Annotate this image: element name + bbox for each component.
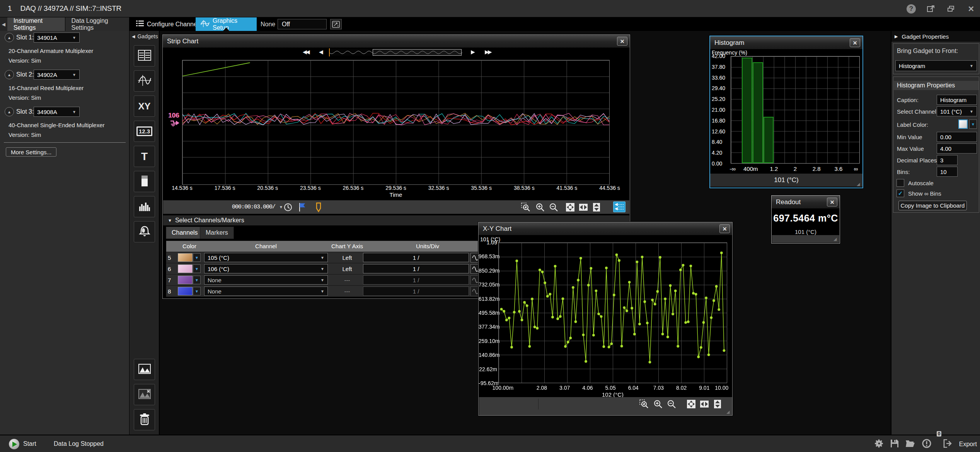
- tab-data-logging-settings[interactable]: Data Logging Settings: [65, 17, 130, 31]
- xy-fit-vertical-icon[interactable]: [712, 399, 723, 409]
- xy-zoom-region-icon[interactable]: [639, 399, 649, 409]
- checkbox[interactable]: [896, 179, 904, 187]
- zoom-in-icon[interactable]: [535, 202, 545, 212]
- xy-fit-all-icon[interactable]: [686, 399, 696, 409]
- channel-106-marker-icon[interactable]: [170, 119, 180, 128]
- slot-model-dropdown[interactable]: 34901A▼: [34, 32, 80, 43]
- scroll-left-button[interactable]: ◀: [319, 49, 323, 55]
- gadget-text-button[interactable]: T: [134, 146, 155, 167]
- scroll-far-right-button[interactable]: ▶▶: [485, 49, 491, 55]
- fit-horizontal-icon[interactable]: [578, 202, 588, 212]
- bring-to-front-dropdown[interactable]: Histogram ▼: [895, 60, 977, 71]
- slot-model-dropdown[interactable]: 34908A▼: [34, 107, 80, 117]
- histogram-plot[interactable]: [731, 56, 860, 164]
- resize-grip[interactable]: ◢: [857, 182, 861, 187]
- property-dropdown[interactable]: 101 (°C)▼: [937, 106, 977, 116]
- xy-zoom-out-icon[interactable]: [666, 399, 677, 409]
- property-field[interactable]: 10: [937, 167, 958, 177]
- tab-markers[interactable]: Markers: [200, 227, 234, 239]
- channel-color-dropdown-icon[interactable]: ▼: [193, 253, 201, 262]
- checkbox-checked[interactable]: ✓: [896, 189, 904, 197]
- channel-color-swatch[interactable]: [178, 276, 193, 284]
- open-external-icon[interactable]: [926, 4, 936, 14]
- start-button[interactable]: [9, 439, 19, 449]
- label-color-dropdown-button[interactable]: ▼: [969, 119, 977, 129]
- settings-gear-icon[interactable]: [874, 439, 884, 450]
- property-field[interactable]: 4.00: [937, 143, 977, 154]
- channel-select-dropdown[interactable]: None▼: [204, 287, 328, 296]
- scan-value-field[interactable]: Off: [278, 19, 327, 29]
- chart-overview-scrollbar[interactable]: [329, 49, 462, 56]
- property-field[interactable]: 0.00: [937, 132, 977, 142]
- channel-color-swatch[interactable]: [178, 287, 193, 295]
- collapse-slot-button[interactable]: ▲: [5, 107, 14, 116]
- expand-properties-icon[interactable]: ▶: [895, 34, 898, 39]
- channel-color-dropdown-icon[interactable]: ▼: [193, 287, 201, 295]
- channel-select-dropdown[interactable]: None▼: [204, 275, 328, 285]
- fit-vertical-icon[interactable]: [591, 202, 602, 212]
- export-icon[interactable]: [943, 439, 953, 449]
- fit-all-icon[interactable]: [565, 202, 575, 212]
- property-field[interactable]: Histogram: [937, 95, 977, 105]
- channel-select-dropdown[interactable]: 106 (°C)▼: [204, 264, 328, 273]
- help-icon[interactable]: ?: [907, 4, 916, 14]
- collapse-slot-button[interactable]: ▲: [5, 70, 14, 79]
- xy-chart-titlebar[interactable]: X-Y Chart ✕: [479, 222, 732, 235]
- histogram-titlebar[interactable]: Histogram ✕: [710, 36, 862, 49]
- gadget-data-table-button[interactable]: [134, 45, 155, 67]
- close-icon[interactable]: ✕: [966, 4, 976, 14]
- gadget-remove-image-button[interactable]: [134, 384, 155, 405]
- property-field[interactable]: 3: [937, 155, 958, 165]
- timebase-dropdown-icon[interactable]: ▼: [279, 205, 283, 209]
- channel-color-swatch[interactable]: [178, 253, 193, 262]
- save-icon[interactable]: [890, 439, 899, 449]
- graphics-setup-button[interactable]: Graphics Setup: [196, 17, 257, 31]
- auto-scroll-button[interactable]: [613, 201, 625, 212]
- timebase-display[interactable]: 000:00:03.000/: [232, 204, 275, 210]
- xy-chart-close-button[interactable]: ✕: [719, 224, 730, 233]
- slot-model-dropdown[interactable]: 34902A▼: [34, 70, 80, 80]
- copy-image-button[interactable]: Copy Image to Clipboard: [898, 201, 967, 210]
- xy-zoom-in-icon[interactable]: [653, 399, 663, 409]
- readout-titlebar[interactable]: Readout ✕: [772, 196, 840, 208]
- tab-channels[interactable]: Channels: [166, 227, 204, 239]
- scroll-far-left-button[interactable]: ◀◀: [303, 49, 309, 55]
- zoom-region-icon[interactable]: [521, 202, 531, 212]
- channel-106-marker-label[interactable]: 106: [168, 112, 179, 119]
- gadget-delete-button[interactable]: [134, 409, 155, 430]
- collapse-gadgets-icon[interactable]: ◀: [132, 34, 135, 39]
- strip-chart-close-button[interactable]: ✕: [617, 37, 627, 46]
- gadget-strip-chart-button[interactable]: [134, 70, 155, 92]
- histogram-close-button[interactable]: ✕: [850, 38, 860, 47]
- label-color-swatch[interactable]: [958, 119, 968, 129]
- channel-select-dropdown[interactable]: 105 (°C)▼: [204, 253, 328, 262]
- gadget-xy-chart-button[interactable]: XY: [134, 96, 155, 117]
- open-folder-icon[interactable]: [905, 439, 915, 449]
- channel-color-dropdown-icon[interactable]: ▼: [193, 264, 201, 273]
- xy-fit-horizontal-icon[interactable]: [699, 399, 709, 409]
- gadget-readout-button[interactable]: 12.3: [134, 121, 155, 142]
- more-settings-button[interactable]: More Settings...: [6, 147, 56, 157]
- clock-icon[interactable]: [283, 202, 293, 212]
- strip-chart-plot[interactable]: [182, 60, 610, 185]
- resize-grip[interactable]: ◢: [833, 237, 838, 242]
- error-log-icon[interactable]: 0: [922, 439, 931, 450]
- tab-instrument-settings[interactable]: Instrument Settings: [7, 17, 65, 31]
- collapse-slot-button[interactable]: ▲: [5, 33, 14, 42]
- units-per-div-field[interactable]: 1 /: [363, 253, 469, 262]
- flag-marker-icon[interactable]: [297, 202, 307, 212]
- gadget-bar-meter-button[interactable]: [134, 171, 155, 192]
- strip-chart-titlebar[interactable]: Strip Chart ✕: [163, 35, 630, 48]
- gadget-histogram-button[interactable]: [134, 196, 155, 217]
- scroll-right-button[interactable]: ▶: [471, 49, 475, 55]
- units-per-div-field[interactable]: 1 /: [363, 264, 469, 273]
- scan-graph-icon[interactable]: [330, 19, 342, 29]
- zoom-out-icon[interactable]: [549, 202, 559, 212]
- restore-window-icon[interactable]: [946, 4, 956, 14]
- pin-marker-icon[interactable]: [314, 202, 324, 212]
- configure-channels-button[interactable]: Configure Channels: [131, 17, 206, 31]
- gadget-add-image-button[interactable]: [134, 359, 155, 380]
- xy-chart-plot[interactable]: [498, 242, 727, 383]
- overview-selection[interactable]: [373, 49, 462, 56]
- channel-color-swatch[interactable]: [178, 264, 193, 273]
